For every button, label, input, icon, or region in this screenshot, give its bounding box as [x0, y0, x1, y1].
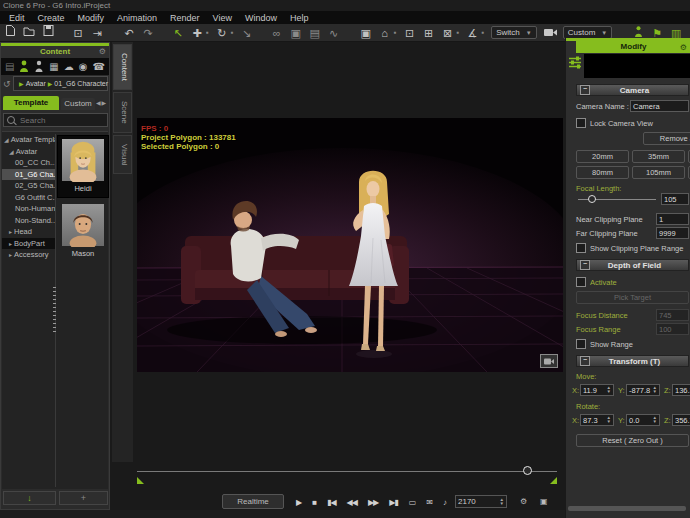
camera-section-header[interactable]: − Camera: [576, 84, 689, 96]
preview-window-icon[interactable]: ▣: [360, 25, 372, 41]
viewport-3d-scene[interactable]: [137, 118, 563, 372]
camera-angle-dropdown-dot[interactable]: ▪: [481, 28, 484, 37]
spinner[interactable]: ▲▼: [653, 416, 657, 424]
timeline-playhead[interactable]: [523, 466, 532, 475]
frame-spinner[interactable]: ▲▼: [500, 498, 504, 506]
rotate-tool-icon[interactable]: ↻: [216, 25, 228, 41]
redo-icon[interactable]: ↷: [142, 25, 154, 41]
lens-105mm-button[interactable]: 105mm: [632, 166, 685, 179]
playback-settings-gear-icon[interactable]: ⚙: [520, 497, 526, 506]
frame-counter[interactable]: 2170 ▲▼: [455, 495, 507, 508]
screenshot-icon[interactable]: ⊡: [72, 25, 84, 41]
timeline-range-end-marker[interactable]: [550, 477, 557, 484]
rotate-z-field[interactable]: 356.7: [672, 414, 690, 426]
show-range-row[interactable]: Show Range: [576, 339, 633, 349]
multi-view-dropdown-dot[interactable]: ▪: [457, 28, 460, 37]
transform-section-header[interactable]: − Transform (T): [576, 355, 689, 367]
menu-help[interactable]: Help: [290, 13, 309, 23]
tree-item-g6-outfit[interactable]: G6 Outfit C...: [2, 192, 55, 204]
curve-editor-icon[interactable]: ∿: [328, 25, 340, 41]
tab-scroll-arrows[interactable]: ◀▶: [96, 99, 107, 106]
tree-item-01-g6[interactable]: 01_G6 Cha...: [2, 169, 55, 181]
speech-bubble-icon[interactable]: ✉: [426, 498, 432, 507]
far-clip-field[interactable]: 9999: [656, 227, 689, 239]
lock-camera-checkbox[interactable]: [576, 118, 586, 128]
lens-35mm-button[interactable]: 35mm: [632, 150, 685, 163]
tree-item-avatar-template[interactable]: ◢Avatar Template: [2, 134, 55, 146]
scene-category-icon[interactable]: ▦: [49, 61, 58, 72]
audio-note-icon[interactable]: ♪: [443, 498, 446, 507]
breadcrumb[interactable]: ▶ Avatar ▶ 01_G6 Character: [13, 76, 108, 91]
tree-item-accessory[interactable]: ▸Accessory: [2, 249, 55, 261]
thumbnail-mason[interactable]: Mason: [58, 201, 108, 262]
motion-category-icon[interactable]: [34, 60, 44, 74]
scale-tool-icon[interactable]: ↘: [241, 25, 253, 41]
collapsed-arrow-icon[interactable]: ▸: [9, 251, 12, 258]
dof-section-header[interactable]: − Depth of Field: [576, 259, 689, 271]
tree-item-non-human[interactable]: Non-Human: [2, 203, 55, 215]
menu-modify[interactable]: Modify: [78, 13, 105, 23]
lens-20mm-button[interactable]: 20mm: [576, 150, 629, 163]
focal-length-knob[interactable]: [588, 195, 596, 203]
menu-create[interactable]: Create: [38, 13, 65, 23]
tree-item-non-standard[interactable]: Non-Stand...: [2, 215, 55, 227]
props-category-icon[interactable]: ☎: [92, 61, 104, 72]
loop-button[interactable]: ▭: [409, 498, 416, 507]
modify-settings-gear-icon[interactable]: ⚙: [680, 43, 687, 52]
rotate-y-field[interactable]: 0.0▲▼: [626, 414, 660, 426]
home-view-icon[interactable]: ⌂: [379, 25, 391, 41]
side-tab-scene[interactable]: Scene: [113, 92, 132, 133]
tree-item-avatar[interactable]: ◢Avatar: [2, 146, 55, 158]
next-frame-button[interactable]: ▶▶: [368, 498, 378, 507]
camera-switch-dropdown[interactable]: Switch▼: [491, 26, 537, 39]
go-to-end-button[interactable]: ▶▮: [389, 498, 398, 507]
menu-edit[interactable]: Edit: [9, 13, 25, 23]
modify-horizontal-scrollbar[interactable]: [568, 506, 686, 511]
new-project-icon[interactable]: [4, 24, 16, 41]
side-tab-visual[interactable]: Visual: [113, 135, 132, 175]
move-tool-icon[interactable]: ✚: [191, 25, 203, 41]
collapse-icon[interactable]: −: [580, 356, 590, 366]
multi-view-icon[interactable]: ⊠: [442, 25, 454, 41]
tab-template[interactable]: Template: [3, 96, 59, 110]
breadcrumb-level1[interactable]: Avatar: [26, 80, 46, 87]
collapse-icon[interactable]: −: [580, 260, 590, 270]
move-y-field[interactable]: -877.8▲▼: [626, 384, 660, 396]
add-content-button[interactable]: +: [59, 491, 108, 505]
stop-button[interactable]: ■: [312, 498, 316, 507]
select-tool-icon[interactable]: ↖: [172, 25, 184, 41]
modify-sliders-icon[interactable]: [568, 55, 582, 73]
show-clip-checkbox[interactable]: [576, 243, 586, 253]
dof-activate-checkbox[interactable]: [576, 277, 586, 287]
link-tool-icon[interactable]: ∞: [271, 25, 283, 41]
tree-item-02-g5[interactable]: 02_G5 Cha...: [2, 180, 55, 192]
show-clip-row[interactable]: Show Clipping Plane Range: [576, 243, 683, 253]
remove-animation-button[interactable]: Remove anim: [643, 132, 690, 145]
collapsed-arrow-icon[interactable]: ▸: [9, 240, 12, 247]
tree-item-bodypart[interactable]: ▸BodyPart: [2, 238, 55, 250]
menu-view[interactable]: View: [213, 13, 232, 23]
column-splitter-handle[interactable]: [53, 287, 56, 333]
search-input[interactable]: [18, 115, 102, 126]
content-settings-gear-icon[interactable]: ⚙: [99, 47, 106, 56]
expanded-arrow-icon[interactable]: ◢: [9, 148, 14, 155]
previous-frame-button[interactable]: ◀◀: [347, 498, 357, 507]
avatar-category-icon[interactable]: [19, 60, 29, 74]
menu-render[interactable]: Render: [170, 13, 200, 23]
export-icon[interactable]: ⇥: [91, 25, 103, 41]
show-range-checkbox[interactable]: [576, 339, 586, 349]
download-content-button[interactable]: ↓: [3, 491, 56, 505]
play-button[interactable]: ▶: [296, 498, 301, 507]
side-tab-content[interactable]: Content: [113, 44, 132, 90]
move-z-field[interactable]: 136.3: [672, 384, 690, 396]
lock-camera-row[interactable]: Lock Camera View: [576, 118, 653, 128]
camera-angle-icon[interactable]: ∡: [466, 25, 478, 41]
near-clip-field[interactable]: 1: [656, 213, 689, 225]
home-view-dropdown-dot[interactable]: ▪: [394, 28, 397, 37]
paste-icon[interactable]: ▤: [309, 25, 321, 41]
go-to-start-button[interactable]: ▮◀: [327, 498, 336, 507]
move-tool-dropdown-dot[interactable]: ▪: [206, 28, 209, 37]
breadcrumb-level2[interactable]: 01_G6 Character: [54, 80, 108, 87]
lens-80mm-button[interactable]: 80mm: [576, 166, 629, 179]
pick-target-button[interactable]: Pick Target: [576, 291, 689, 304]
